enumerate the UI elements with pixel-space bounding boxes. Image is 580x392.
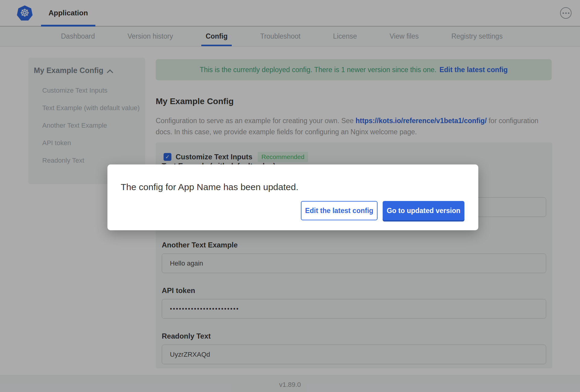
edit-latest-config-button[interactable]: Edit the latest config bbox=[301, 201, 378, 220]
modal-message: The config for App Name has been updated… bbox=[121, 182, 298, 192]
app-screen: ☸ Application Dashboard Version history … bbox=[0, 0, 580, 392]
config-updated-modal: The config for App Name has been updated… bbox=[107, 164, 478, 230]
go-to-updated-version-button[interactable]: Go to updated version bbox=[383, 201, 464, 220]
